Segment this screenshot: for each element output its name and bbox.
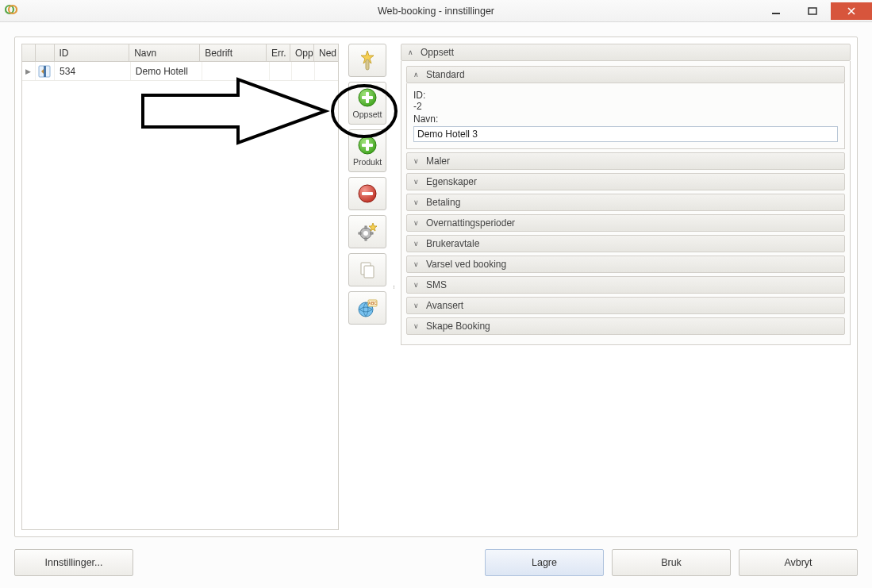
plus-green-icon: [357, 135, 378, 156]
column-icon: [36, 44, 55, 61]
copy-button[interactable]: [348, 253, 386, 286]
settings-button[interactable]: Innstillinger...: [14, 549, 133, 576]
acc-title-egenskaper: Egenskaper: [426, 176, 477, 187]
row-expander[interactable]: ▶: [22, 62, 36, 80]
maximize-button[interactable]: [794, 2, 831, 20]
column-id[interactable]: ID: [55, 44, 130, 61]
column-navn[interactable]: Navn: [129, 44, 200, 61]
svg-text:ABC: ABC: [368, 301, 377, 306]
svg-rect-22: [359, 233, 361, 234]
label-navn: Navn:: [413, 113, 838, 125]
chevron-down-icon: ∨: [412, 322, 420, 330]
cell-opp: [292, 62, 315, 80]
column-opp[interactable]: Opp: [290, 44, 314, 61]
plus-green-icon: [357, 87, 378, 108]
splitter-handle[interactable]: ···: [391, 44, 398, 530]
chevron-down-icon: ∨: [412, 157, 420, 165]
acc-header-sms[interactable]: ∨SMS: [406, 276, 845, 294]
add-oppsett-button[interactable]: Oppsett: [348, 82, 386, 125]
globe-spellcheck-button[interactable]: ABC: [348, 291, 386, 325]
svg-rect-7: [44, 66, 46, 77]
add-oppsett-label: Oppsett: [353, 110, 382, 119]
acc-header-egenskaper[interactable]: ∨Egenskaper: [406, 173, 845, 190]
grid-row[interactable]: ▶ 534 Demo Hotell: [22, 62, 338, 81]
acc-header-skape[interactable]: ∨Skape Booking: [406, 317, 845, 335]
splitter-dots-icon: ···: [390, 285, 398, 289]
content-panel: ID Navn Bedrift Err. Opp Ned ▶ 534 Demo …: [14, 37, 858, 537]
gear-wand-icon: [356, 221, 378, 243]
add-produkt-label: Produkt: [353, 157, 382, 167]
gear-wizard-button[interactable]: [348, 215, 386, 248]
setup-grid: ID Navn Bedrift Err. Opp Ned ▶ 534 Demo …: [21, 44, 339, 530]
svg-point-19: [363, 231, 368, 236]
input-navn[interactable]: [413, 126, 838, 142]
cell-ned: [315, 62, 338, 80]
svg-rect-26: [364, 266, 374, 278]
copy-pages-icon: [357, 259, 378, 280]
svg-rect-3: [809, 8, 816, 14]
svg-rect-12: [362, 96, 373, 99]
acc-title-avansert: Avansert: [426, 300, 463, 311]
minimize-button[interactable]: [758, 2, 794, 20]
acc-oppsett: ∧ Oppsett ∧ Standard ID: -2 Navn:: [401, 44, 851, 345]
acc-title-standard: Standard: [426, 69, 465, 80]
column-bedrift[interactable]: Bedrift: [200, 44, 267, 61]
svg-rect-9: [366, 60, 369, 70]
acc-standard: ∧ Standard ID: -2 Navn:: [406, 66, 845, 149]
cell-navn: Demo Hotell: [131, 62, 202, 80]
chevron-down-icon: ∨: [412, 281, 420, 289]
acc-header-maler[interactable]: ∨Maler: [406, 152, 845, 170]
svg-rect-15: [362, 144, 373, 147]
chevron-up-icon: ∧: [412, 71, 420, 79]
value-id: -2: [413, 101, 838, 112]
column-err[interactable]: Err.: [267, 44, 290, 61]
chevron-down-icon: ∨: [412, 219, 420, 227]
svg-rect-21: [365, 238, 367, 240]
chevron-down-icon: ∨: [412, 260, 420, 268]
chevron-down-icon: ∨: [412, 198, 420, 206]
acc-body-oppsett: ∧ Standard ID: -2 Navn: ∨Maler ∨Egenskap…: [401, 61, 851, 345]
column-ned[interactable]: Ned: [314, 44, 338, 61]
acc-title-maler: Maler: [426, 156, 450, 167]
acc-title-overnatt: Overnattingsperioder: [426, 217, 515, 229]
client-area: ID Navn Bedrift Err. Opp Ned ▶ 534 Demo …: [0, 22, 872, 588]
acc-title-skape: Skape Booking: [426, 321, 490, 332]
svg-rect-17: [362, 192, 373, 195]
acc-title-oppsett: Oppsett: [421, 47, 454, 58]
cancel-button[interactable]: Avbryt: [739, 549, 858, 576]
acc-header-brukeravtale[interactable]: ∨Brukeravtale: [406, 235, 845, 252]
acc-header-avansert[interactable]: ∨Avansert: [406, 297, 845, 314]
acc-header-oppsett[interactable]: ∧ Oppsett: [401, 44, 851, 61]
grid-header: ID Navn Bedrift Err. Opp Ned: [22, 44, 338, 62]
dialog-footer: Innstillinger... Lagre Bruk Avbryt: [14, 547, 858, 578]
acc-header-betaling[interactable]: ∨Betaling: [406, 194, 845, 211]
chevron-down-icon: ∨: [412, 240, 420, 248]
globe-abc-icon: ABC: [356, 297, 378, 319]
chevron-up-icon: ∧: [406, 48, 414, 56]
properties-panel: ∧ Oppsett ∧ Standard ID: -2 Navn:: [401, 44, 851, 530]
delete-button[interactable]: [348, 177, 386, 210]
cell-id: 534: [55, 62, 131, 80]
acc-title-betaling: Betaling: [426, 197, 460, 208]
cell-bedrift: [202, 62, 270, 80]
svg-rect-23: [371, 233, 373, 234]
cell-err: [270, 62, 293, 80]
window-controls: [758, 2, 872, 20]
close-button[interactable]: [831, 2, 872, 20]
acc-header-overnatt[interactable]: ∨Overnattingsperioder: [406, 214, 845, 232]
wizard-button[interactable]: [348, 44, 386, 77]
label-id: ID:: [413, 90, 838, 101]
acc-body-standard: ID: -2 Navn:: [406, 83, 845, 149]
apply-button[interactable]: Bruk: [612, 549, 731, 576]
acc-header-varsel[interactable]: ∨Varsel ved booking: [406, 256, 845, 273]
acc-title-sms: SMS: [426, 279, 447, 290]
acc-header-standard[interactable]: ∧ Standard: [406, 66, 845, 83]
chevron-down-icon: ∨: [412, 302, 420, 309]
app-icon: [5, 3, 17, 19]
save-button[interactable]: Lagre: [485, 549, 604, 576]
svg-rect-20: [365, 226, 367, 229]
column-expand: [22, 44, 36, 61]
wand-star-icon: [356, 49, 378, 71]
minus-red-icon: [357, 183, 378, 204]
add-produkt-button[interactable]: Produkt: [348, 129, 386, 172]
